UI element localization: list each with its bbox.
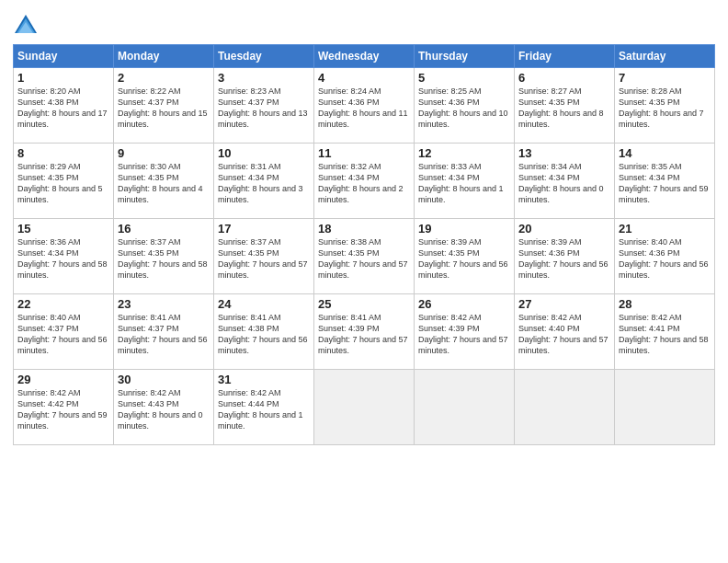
day-number: 24: [218, 297, 310, 311]
day-info: Sunrise: 8:35 AMSunset: 4:34 PMDaylight:…: [619, 161, 711, 206]
day-info: Sunrise: 8:22 AMSunset: 4:37 PMDaylight:…: [118, 86, 210, 131]
day-number: 11: [318, 146, 410, 160]
day-number: 8: [17, 146, 109, 160]
calendar-cell: 3Sunrise: 8:23 AMSunset: 4:37 PMDaylight…: [214, 68, 314, 144]
day-info: Sunrise: 8:42 AMSunset: 4:41 PMDaylight:…: [619, 312, 711, 357]
day-number: 31: [218, 373, 310, 386]
calendar-cell: 17Sunrise: 8:37 AMSunset: 4:35 PMDayligh…: [214, 219, 314, 294]
day-info: Sunrise: 8:37 AMSunset: 4:35 PMDaylight:…: [218, 236, 310, 282]
calendar-cell: 23Sunrise: 8:41 AMSunset: 4:37 PMDayligh…: [114, 294, 214, 370]
calendar-week-1: 1Sunrise: 8:20 AMSunset: 4:38 PMDaylight…: [14, 68, 715, 144]
calendar-cell: 25Sunrise: 8:41 AMSunset: 4:39 PMDayligh…: [314, 294, 415, 370]
calendar-week-3: 15Sunrise: 8:36 AMSunset: 4:34 PMDayligh…: [14, 219, 715, 294]
calendar-cell: 11Sunrise: 8:32 AMSunset: 4:34 PMDayligh…: [314, 144, 415, 219]
day-info: Sunrise: 8:39 AMSunset: 4:35 PMDaylight:…: [418, 236, 510, 282]
calendar-cell: 20Sunrise: 8:39 AMSunset: 4:36 PMDayligh…: [515, 219, 615, 294]
weekday-header-saturday: Saturday: [615, 45, 715, 68]
page: SundayMondayTuesdayWednesdayThursdayFrid…: [0, 0, 728, 563]
day-number: 20: [518, 222, 610, 236]
day-number: 14: [619, 146, 711, 160]
weekday-header-tuesday: Tuesday: [214, 45, 314, 68]
day-number: 4: [318, 71, 410, 85]
day-number: 25: [318, 297, 410, 311]
logo-icon: [13, 13, 39, 39]
calendar-week-5: 29Sunrise: 8:42 AMSunset: 4:42 PMDayligh…: [14, 370, 715, 445]
day-info: Sunrise: 8:36 AMSunset: 4:34 PMDaylight:…: [17, 236, 109, 282]
calendar-cell: 26Sunrise: 8:42 AMSunset: 4:39 PMDayligh…: [415, 294, 515, 370]
day-number: 15: [17, 222, 109, 236]
calendar-cell: 5Sunrise: 8:25 AMSunset: 4:36 PMDaylight…: [415, 68, 515, 144]
day-info: Sunrise: 8:20 AMSunset: 4:38 PMDaylight:…: [17, 86, 109, 131]
day-number: 5: [418, 71, 510, 85]
day-info: Sunrise: 8:41 AMSunset: 4:38 PMDaylight:…: [218, 312, 310, 357]
calendar-header: SundayMondayTuesdayWednesdayThursdayFrid…: [14, 45, 715, 68]
day-number: 22: [17, 297, 109, 311]
calendar-cell: 12Sunrise: 8:33 AMSunset: 4:34 PMDayligh…: [415, 144, 515, 219]
day-number: 13: [518, 146, 610, 160]
day-number: 9: [118, 146, 210, 160]
calendar-cell: 18Sunrise: 8:38 AMSunset: 4:35 PMDayligh…: [314, 219, 415, 294]
day-info: Sunrise: 8:27 AMSunset: 4:35 PMDaylight:…: [518, 86, 610, 131]
day-info: Sunrise: 8:40 AMSunset: 4:37 PMDaylight:…: [17, 312, 109, 357]
calendar: SundayMondayTuesdayWednesdayThursdayFrid…: [13, 44, 715, 445]
calendar-cell: 16Sunrise: 8:37 AMSunset: 4:35 PMDayligh…: [114, 219, 214, 294]
day-number: 7: [619, 71, 711, 85]
calendar-cell: 8Sunrise: 8:29 AMSunset: 4:35 PMDaylight…: [14, 144, 114, 219]
calendar-cell: [314, 370, 415, 445]
day-info: Sunrise: 8:41 AMSunset: 4:37 PMDaylight:…: [118, 312, 210, 357]
day-number: 1: [17, 71, 109, 85]
day-info: Sunrise: 8:42 AMSunset: 4:43 PMDaylight:…: [118, 387, 210, 432]
weekday-header-thursday: Thursday: [415, 45, 515, 68]
day-info: Sunrise: 8:28 AMSunset: 4:35 PMDaylight:…: [619, 86, 711, 131]
weekday-header-monday: Monday: [114, 45, 214, 68]
calendar-body: 1Sunrise: 8:20 AMSunset: 4:38 PMDaylight…: [14, 68, 715, 445]
day-info: Sunrise: 8:23 AMSunset: 4:37 PMDaylight:…: [218, 86, 310, 131]
calendar-cell: 14Sunrise: 8:35 AMSunset: 4:34 PMDayligh…: [615, 144, 715, 219]
day-info: Sunrise: 8:32 AMSunset: 4:34 PMDaylight:…: [318, 161, 410, 206]
day-number: 16: [118, 222, 210, 236]
calendar-cell: 9Sunrise: 8:30 AMSunset: 4:35 PMDaylight…: [114, 144, 214, 219]
weekday-header-friday: Friday: [515, 45, 615, 68]
day-number: 18: [318, 222, 410, 236]
day-info: Sunrise: 8:33 AMSunset: 4:34 PMDaylight:…: [418, 161, 510, 206]
day-number: 10: [218, 146, 310, 160]
calendar-cell: 29Sunrise: 8:42 AMSunset: 4:42 PMDayligh…: [14, 370, 114, 445]
day-info: Sunrise: 8:29 AMSunset: 4:35 PMDaylight:…: [17, 161, 109, 206]
calendar-cell: 7Sunrise: 8:28 AMSunset: 4:35 PMDaylight…: [615, 68, 715, 144]
calendar-cell: 22Sunrise: 8:40 AMSunset: 4:37 PMDayligh…: [14, 294, 114, 370]
day-number: 29: [17, 373, 109, 386]
logo: [13, 13, 42, 39]
calendar-cell: 30Sunrise: 8:42 AMSunset: 4:43 PMDayligh…: [114, 370, 214, 445]
day-number: 3: [218, 71, 310, 85]
calendar-cell: 4Sunrise: 8:24 AMSunset: 4:36 PMDaylight…: [314, 68, 415, 144]
day-number: 26: [418, 297, 510, 311]
day-number: 21: [619, 222, 711, 236]
day-number: 6: [518, 71, 610, 85]
day-number: 17: [218, 222, 310, 236]
day-info: Sunrise: 8:42 AMSunset: 4:42 PMDaylight:…: [17, 387, 109, 432]
calendar-cell: 21Sunrise: 8:40 AMSunset: 4:36 PMDayligh…: [615, 219, 715, 294]
calendar-cell: [615, 370, 715, 445]
day-number: 12: [418, 146, 510, 160]
day-info: Sunrise: 8:42 AMSunset: 4:40 PMDaylight:…: [518, 312, 610, 357]
day-number: 28: [619, 297, 711, 311]
day-info: Sunrise: 8:39 AMSunset: 4:36 PMDaylight:…: [518, 236, 610, 282]
calendar-cell: 24Sunrise: 8:41 AMSunset: 4:38 PMDayligh…: [214, 294, 314, 370]
day-number: 19: [418, 222, 510, 236]
day-info: Sunrise: 8:24 AMSunset: 4:36 PMDaylight:…: [318, 86, 410, 131]
calendar-cell: 10Sunrise: 8:31 AMSunset: 4:34 PMDayligh…: [214, 144, 314, 219]
day-info: Sunrise: 8:42 AMSunset: 4:44 PMDaylight:…: [218, 387, 310, 432]
day-number: 30: [118, 373, 210, 386]
calendar-cell: 19Sunrise: 8:39 AMSunset: 4:35 PMDayligh…: [415, 219, 515, 294]
day-info: Sunrise: 8:42 AMSunset: 4:39 PMDaylight:…: [418, 312, 510, 357]
weekday-header-wednesday: Wednesday: [314, 45, 415, 68]
calendar-cell: [415, 370, 515, 445]
weekday-header-sunday: Sunday: [14, 45, 114, 68]
day-number: 27: [518, 297, 610, 311]
day-info: Sunrise: 8:34 AMSunset: 4:34 PMDaylight:…: [518, 161, 610, 206]
day-info: Sunrise: 8:41 AMSunset: 4:39 PMDaylight:…: [318, 312, 410, 357]
day-number: 23: [118, 297, 210, 311]
calendar-week-2: 8Sunrise: 8:29 AMSunset: 4:35 PMDaylight…: [14, 144, 715, 219]
calendar-cell: 27Sunrise: 8:42 AMSunset: 4:40 PMDayligh…: [515, 294, 615, 370]
calendar-cell: 15Sunrise: 8:36 AMSunset: 4:34 PMDayligh…: [14, 219, 114, 294]
